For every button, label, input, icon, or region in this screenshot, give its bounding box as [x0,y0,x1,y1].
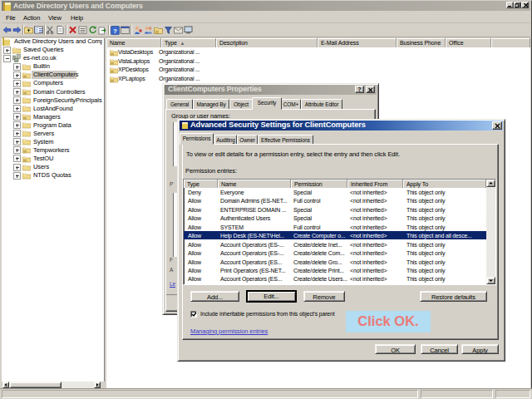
svg-text:?: ? [113,27,117,35]
